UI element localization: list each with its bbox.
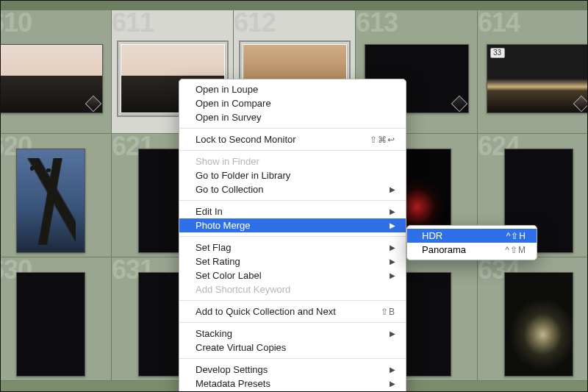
menu-separator <box>179 300 406 301</box>
submenu-item-shortcut: ^⇧M <box>505 245 526 255</box>
menu-item: Show in Finder <box>179 154 406 168</box>
menu-item-label: Open in Loupe <box>196 84 395 95</box>
submenu-arrow-icon: ▶ <box>390 185 395 193</box>
menu-item[interactable]: Open in Survey <box>179 110 406 124</box>
cell-index-label: 612 <box>234 7 276 38</box>
menu-item-label: Develop Settings <box>196 364 384 375</box>
grid-cell[interactable]: 620 <box>0 134 112 257</box>
menu-item-label: Go to Folder in Library <box>196 170 395 181</box>
menu-item[interactable]: Open in Compare <box>179 96 406 110</box>
menu-item-label: Open in Survey <box>196 112 395 123</box>
menu-item[interactable]: Set Color Label▶ <box>179 268 406 282</box>
submenu-item-label: Panorama <box>422 244 505 255</box>
cell-index-label: 610 <box>0 7 32 38</box>
context-menu: Open in LoupeOpen in CompareOpen in Surv… <box>179 79 406 392</box>
grid-cell[interactable]: 630 <box>0 257 112 381</box>
submenu-item-shortcut: ^⇧H <box>506 231 526 241</box>
submenu-item[interactable]: Panorama^⇧M <box>407 243 537 257</box>
photo-thumbnail[interactable] <box>504 272 573 377</box>
menu-item-label: Set Flag <box>196 242 384 253</box>
menu-separator <box>179 128 406 129</box>
grid-cell[interactable]: 634 <box>478 257 588 381</box>
cell-index-label: 613 <box>356 7 398 38</box>
status-badge-icon <box>573 96 588 113</box>
menu-item: Add Shortcut Keyword <box>179 282 406 296</box>
cell-index-label: 611 <box>112 7 154 38</box>
grid-cell[interactable]: 61433 <box>478 10 588 134</box>
menu-item[interactable]: Lock to Second Monitor⇧⌘↩ <box>179 132 406 146</box>
menu-item-label: Stacking <box>196 328 384 339</box>
filmstrip-header <box>0 0 588 10</box>
menu-item-label: Open in Compare <box>196 98 395 109</box>
photo-thumbnail[interactable] <box>16 272 85 377</box>
menu-item[interactable]: Set Flag▶ <box>179 240 406 254</box>
menu-item-label: Show in Finder <box>196 156 395 167</box>
menu-item[interactable]: Metadata Presets▶ <box>179 377 406 391</box>
menu-item-shortcut: ⇧B <box>381 307 395 317</box>
submenu-arrow-icon: ▶ <box>390 207 395 215</box>
menu-separator <box>179 322 406 323</box>
menu-item-label: Create Virtual Copies <box>196 342 395 353</box>
menu-separator <box>179 150 406 151</box>
menu-item-label: Lock to Second Monitor <box>196 134 364 145</box>
menu-item[interactable]: Open in Loupe <box>179 82 406 96</box>
menu-item[interactable]: Go to Folder in Library <box>179 168 406 182</box>
menu-item-label: Metadata Presets <box>196 378 384 389</box>
photo-thumbnail[interactable]: 33 <box>487 44 589 113</box>
menu-item[interactable]: Set Rating▶ <box>179 254 406 268</box>
menu-item-label: Set Color Label <box>196 270 384 281</box>
menu-item[interactable]: Stacking▶ <box>179 327 406 341</box>
menu-item-label: Photo Merge <box>196 220 384 231</box>
photo-thumbnail[interactable] <box>16 149 85 253</box>
cell-index-label: 614 <box>478 7 520 38</box>
menu-item-label: Add to Quick Collection and Next <box>196 306 375 317</box>
menu-item[interactable]: Add to Quick Collection and Next⇧B <box>179 304 406 318</box>
menu-item-label: Edit In <box>196 206 384 217</box>
submenu-arrow-icon: ▶ <box>390 221 395 229</box>
menu-item[interactable]: Edit In▶ <box>179 204 406 218</box>
menu-separator <box>179 200 406 201</box>
status-badge-icon <box>451 96 467 113</box>
menu-item[interactable]: Create Virtual Copies <box>179 341 406 354</box>
submenu-arrow-icon: ▶ <box>390 366 395 374</box>
status-badge-icon <box>85 96 101 113</box>
submenu-arrow-icon: ▶ <box>390 243 395 252</box>
submenu-arrow-icon: ▶ <box>390 257 395 266</box>
menu-item-label: Set Rating <box>196 256 384 267</box>
menu-item-label: Add Shortcut Keyword <box>196 284 395 295</box>
submenu-arrow-icon: ▶ <box>390 379 395 388</box>
menu-item[interactable]: Develop Settings▶ <box>179 363 406 377</box>
menu-item-shortcut: ⇧⌘↩ <box>370 135 395 145</box>
grid-cell[interactable]: 610 <box>0 10 112 134</box>
photo-merge-submenu: HDR^⇧HPanorama^⇧M <box>406 225 537 260</box>
menu-item-label: Go to Collection <box>196 184 384 195</box>
menu-separator <box>179 358 406 359</box>
submenu-arrow-icon: ▶ <box>390 329 395 338</box>
submenu-arrow-icon: ▶ <box>390 271 395 279</box>
photo-thumbnail[interactable] <box>0 44 103 113</box>
menu-item[interactable]: Photo Merge▶ <box>179 218 406 232</box>
stack-count-badge[interactable]: 33 <box>490 48 505 58</box>
submenu-item-label: HDR <box>422 230 506 241</box>
menu-item[interactable]: Go to Collection▶ <box>179 182 406 196</box>
submenu-item[interactable]: HDR^⇧H <box>407 229 537 243</box>
menu-separator <box>179 236 406 237</box>
